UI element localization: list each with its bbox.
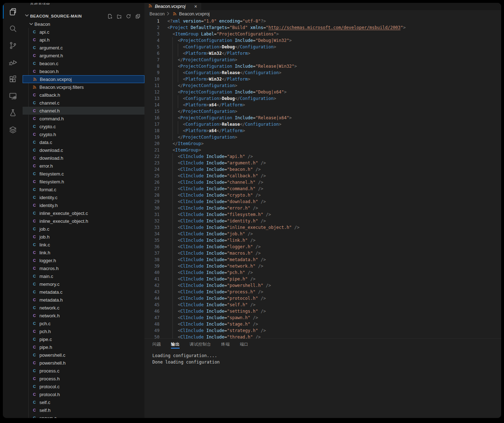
activity-bar-item-layers[interactable]: [3, 122, 23, 139]
code-line[interactable]: 38 <ClInclude Include="metadata.h" />: [144, 256, 501, 263]
code-line[interactable]: 12 <ProjectConfiguration Include="Debug|…: [144, 89, 501, 95]
file-item-filesystem.h[interactable]: Cfilesystem.h: [23, 178, 144, 186]
refresh-icon[interactable]: [125, 13, 132, 19]
code-line[interactable]: 33 <ClInclude Include="inline_execute_ob…: [144, 224, 501, 231]
code-line[interactable]: 27 <ClInclude Include="command.h" />: [144, 186, 501, 192]
file-item-download.c[interactable]: Cdownload.c: [23, 146, 144, 154]
code-line[interactable]: 36 <ClInclude Include="logger.h" />: [144, 244, 501, 250]
code-line[interactable]: 47 <ClInclude Include="spawn.h" />: [144, 314, 501, 321]
file-item-memory.c[interactable]: Cmemory.c: [23, 280, 144, 288]
explorer-section-header[interactable]: BEACON_SOURCE-MAIN: [23, 12, 144, 20]
file-item-metadata.c[interactable]: Cmetadata.c: [23, 288, 144, 296]
folder-item-beacon[interactable]: Beacon: [23, 20, 144, 28]
activity-bar-item-testing[interactable]: [3, 105, 23, 122]
code-line[interactable]: 20 </ItemGroup>: [144, 140, 501, 147]
file-item-self.c[interactable]: Cself.c: [23, 398, 144, 406]
code-line[interactable]: 32 <ClInclude Include="identity.h" />: [144, 218, 501, 224]
file-item-link.c[interactable]: Clink.c: [23, 241, 144, 249]
file-item-main.c[interactable]: Cmain.c: [23, 272, 144, 280]
file-item-logger.h[interactable]: Clogger.h: [23, 256, 144, 264]
file-item-process.c[interactable]: Cprocess.c: [23, 367, 144, 375]
file-item-macros.h[interactable]: Cmacros.h: [23, 264, 144, 272]
file-item-api.c[interactable]: Capi.c: [23, 28, 144, 36]
new-folder-icon[interactable]: [116, 13, 122, 19]
code-line[interactable]: 24 <ClInclude Include="beacon.h" />: [144, 166, 501, 173]
file-item-process.h[interactable]: Cprocess.h: [23, 375, 144, 383]
code-line[interactable]: 19 </ProjectConfiguration>: [144, 134, 501, 140]
breadcrumb-item-file[interactable]: Beacon.vcxproj: [179, 11, 209, 16]
code-line[interactable]: 7 </ProjectConfiguration>: [144, 57, 501, 63]
code-line[interactable]: 13 <Configuration>Debug</Configuration>: [144, 95, 501, 102]
code-line[interactable]: 5 <Configuration>Debug</Configuration>: [144, 44, 501, 50]
code-line[interactable]: 43 <ClInclude Include="process.h" />: [144, 289, 501, 295]
output-content[interactable]: Loading configuration.... Done loading c…: [152, 352, 501, 365]
code-line[interactable]: 28 <ClInclude Include="crypto.h" />: [144, 192, 501, 198]
file-item-self.h[interactable]: Cself.h: [23, 406, 144, 414]
code-line[interactable]: 46 <ClInclude Include="settings.h" />: [144, 308, 501, 314]
code-line[interactable]: 11 </ProjectConfiguration>: [144, 82, 501, 89]
file-item-inline_execute_object.h[interactable]: Cinline_execute_object.h: [23, 217, 144, 225]
code-line[interactable]: 30 <ClInclude Include="error.h" />: [144, 205, 501, 211]
file-item-argument.c[interactable]: Cargument.c: [23, 44, 144, 52]
code-editor[interactable]: 1<?xml version="1.0" encoding="utf-8"?>2…: [144, 18, 501, 338]
file-item-network.h[interactable]: Cnetwork.h: [23, 312, 144, 319]
file-item-crypto.h[interactable]: Ccrypto.h: [23, 130, 144, 138]
activity-bar-item-extensions[interactable]: [3, 72, 23, 88]
code-line[interactable]: 35 <ClInclude Include="link.h" />: [144, 237, 501, 244]
code-line[interactable]: 4 <ProjectConfiguration Include="Debug|W…: [144, 37, 501, 44]
code-line[interactable]: 25 <ClInclude Include="callback.h" />: [144, 173, 501, 179]
tab-beacon-vcxproj[interactable]: Beacon.vcxproj ×: [144, 3, 201, 10]
code-line[interactable]: 17 <Configuration>Release</Configuration…: [144, 121, 501, 128]
collapse-all-icon[interactable]: [134, 13, 141, 19]
code-line[interactable]: 31 <ClInclude Include="filesystem.h" />: [144, 211, 501, 218]
panel-tab-问题[interactable]: 问题: [152, 339, 161, 350]
file-item-format.c[interactable]: Cformat.c: [23, 186, 144, 193]
file-item-data.c[interactable]: Cdata.c: [23, 138, 144, 146]
file-item-channel.c[interactable]: Cchannel.c: [23, 99, 144, 107]
file-item-protocol.c[interactable]: Cprotocol.c: [23, 383, 144, 390]
file-item-command.h[interactable]: Ccommand.h: [23, 115, 144, 122]
new-file-icon[interactable]: [106, 13, 113, 19]
activity-bar-item-source-control[interactable]: [3, 38, 23, 54]
file-item-identity.h[interactable]: Cidentity.h: [23, 201, 144, 209]
file-item-protocol.h[interactable]: Cprotocol.h: [23, 390, 144, 398]
code-line[interactable]: 49 <ClInclude Include="strategy.h" />: [144, 327, 501, 334]
code-line[interactable]: 40 <ClInclude Include="pch.h" />: [144, 269, 501, 276]
file-item-job.h[interactable]: Cjob.h: [23, 233, 144, 241]
file-item-inline_execute_object.c[interactable]: Cinline_execute_object.c: [23, 209, 144, 217]
panel-tab-输出[interactable]: 输出: [171, 339, 180, 350]
code-line[interactable]: 37 <ClInclude Include="macros.h" />: [144, 250, 501, 256]
activity-bar-item-run-debug[interactable]: [3, 55, 23, 71]
code-line[interactable]: 16 <ProjectConfiguration Include="Releas…: [144, 115, 501, 121]
file-item-link.h[interactable]: Clink.h: [23, 249, 144, 256]
code-line[interactable]: 18 <Platform>x64</Platform>: [144, 128, 501, 134]
activity-bar-item-remote-explorer[interactable]: [3, 88, 23, 105]
code-line[interactable]: 44 <ClInclude Include="protocol.h" />: [144, 295, 501, 302]
file-item-api.h[interactable]: Capi.h: [23, 36, 144, 44]
file-item-pipe.c[interactable]: Cpipe.c: [23, 335, 144, 343]
file-item-Beacon.vcxproj[interactable]: Beacon.vcxproj: [23, 75, 144, 83]
panel-tab-端口[interactable]: 端口: [240, 339, 248, 350]
code-line[interactable]: 45 <ClInclude Include="self.h" />: [144, 302, 501, 308]
code-line[interactable]: 23 <ClInclude Include="argument.h" />: [144, 160, 501, 166]
code-line[interactable]: 21 <ItemGroup>: [144, 147, 501, 153]
code-line[interactable]: 2<Project DefaultTargets="Build" xmlns="…: [144, 24, 501, 31]
code-line[interactable]: 50 <ClInclude Include="thread.h" />: [144, 334, 501, 338]
file-item-powershell.h[interactable]: Cpowershell.h: [23, 359, 144, 367]
file-item-job.c[interactable]: Cjob.c: [23, 225, 144, 233]
file-item-beacon.h[interactable]: Cbeacon.h: [23, 67, 144, 75]
file-item-spawn.c[interactable]: Cspawn.c: [23, 414, 144, 418]
code-line[interactable]: 14 <Platform>x64</Platform>: [144, 102, 501, 108]
code-line[interactable]: 3 <ItemGroup Label="ProjectConfiguration…: [144, 31, 501, 37]
file-item-pch.h[interactable]: Cpch.h: [23, 327, 144, 335]
code-line[interactable]: 9 <Configuration>Release</Configuration>: [144, 69, 501, 76]
code-line[interactable]: 15 </ProjectConfiguration>: [144, 108, 501, 115]
file-item-network.c[interactable]: Cnetwork.c: [23, 304, 144, 312]
code-line[interactable]: 8 <ProjectConfiguration Include="Release…: [144, 63, 501, 69]
file-item-identity.c[interactable]: Cidentity.c: [23, 193, 144, 201]
activity-bar-item-search[interactable]: [3, 21, 23, 38]
code-line[interactable]: 10 <Platform>Win32</Platform>: [144, 76, 501, 82]
code-line[interactable]: 1<?xml version="1.0" encoding="utf-8"?>: [144, 18, 501, 24]
panel-tab-终端[interactable]: 终端: [221, 339, 230, 350]
file-item-pipe.h[interactable]: Cpipe.h: [23, 343, 144, 351]
